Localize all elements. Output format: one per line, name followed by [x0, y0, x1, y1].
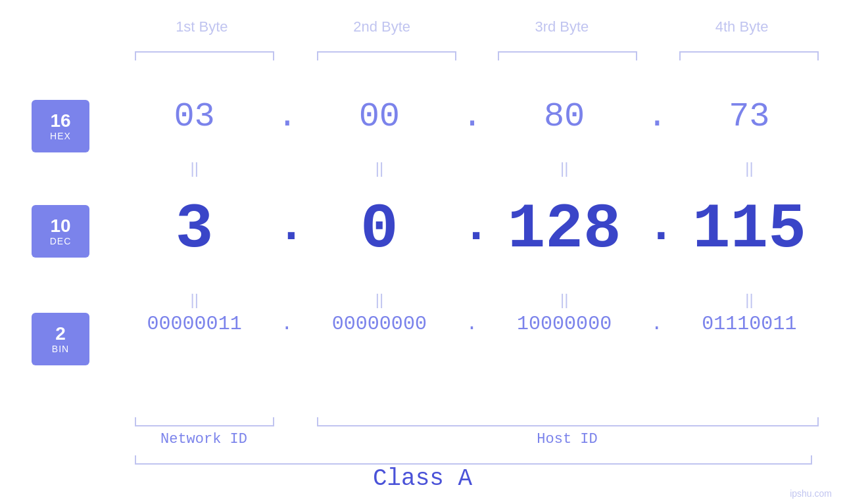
class-label: Class A: [0, 465, 845, 492]
headers-row: 1st Byte 2nd Byte 3rd Byte 4th Byte: [112, 18, 832, 35]
hex-row: 03 . 00 . 80 . 73: [112, 97, 832, 136]
vtick-top-1: [135, 51, 136, 60]
header-col4: 4th Byte: [652, 18, 832, 35]
watermark: ipshu.com: [790, 488, 832, 499]
hex-dot-2: .: [462, 97, 482, 136]
dec-badge-label: DEC: [50, 236, 72, 246]
dec-val-2: 0: [297, 194, 462, 265]
vtick-host-left: [317, 417, 318, 426]
bin-dot-1: .: [277, 313, 297, 335]
vtick-net-left: [135, 417, 136, 426]
hex-badge-label: HEX: [50, 131, 71, 141]
dec-val-3: 128: [482, 194, 647, 265]
dec-val-4: 115: [667, 194, 832, 265]
bin-val-4: 01110011: [667, 313, 832, 335]
hex-val-4: 73: [667, 97, 832, 136]
eq-1: ||: [112, 159, 277, 177]
hex-val-1: 03: [112, 97, 277, 136]
bin-dot-2: .: [462, 313, 482, 335]
vtick-top-3: [317, 51, 318, 60]
hex-badge-number: 16: [50, 111, 70, 131]
vtick-top-7: [679, 51, 681, 60]
dec-badge-number: 10: [50, 216, 70, 237]
bracket-line-4: [679, 51, 817, 53]
bin-badge-label: BIN: [52, 344, 69, 354]
vtick-host-right: [817, 417, 819, 426]
vtick-class-left: [135, 455, 136, 465]
eq-3: ||: [482, 159, 647, 177]
bracket-host: [317, 425, 817, 426]
header-col2: 2nd Byte: [292, 18, 472, 35]
hex-val-2: 00: [297, 97, 462, 136]
vtick-top-5: [498, 51, 499, 60]
main-container: 1st Byte 2nd Byte 3rd Byte 4th Byte 16 H…: [0, 0, 845, 504]
dec-dot-1: .: [277, 200, 297, 260]
bracket-network: [135, 425, 273, 426]
hex-dot-3: .: [647, 97, 667, 136]
equals-row-1: || || || ||: [112, 159, 832, 177]
eq-2: ||: [297, 159, 462, 177]
dec-dot-3: .: [647, 200, 667, 260]
equals-row-2: || || || ||: [112, 290, 832, 309]
host-id-label: Host ID: [317, 431, 817, 447]
vtick-net-right: [273, 417, 274, 426]
vtick-class-right: [811, 455, 812, 465]
bracket-line-3: [498, 51, 636, 53]
header-col3: 3rd Byte: [472, 18, 652, 35]
dec-dot-2: .: [462, 200, 482, 260]
bin-badge-number: 2: [55, 324, 66, 344]
eq-4: ||: [667, 159, 832, 177]
header-col1: 1st Byte: [112, 18, 292, 35]
eq-7: ||: [482, 290, 647, 309]
dec-val-1: 3: [112, 194, 277, 265]
bin-val-3: 10000000: [482, 313, 647, 335]
bracket-line-2: [317, 51, 455, 53]
vtick-top-2: [273, 51, 274, 60]
bin-val-1: 00000011: [112, 313, 277, 335]
network-id-label: Network ID: [135, 431, 273, 447]
dec-badge: 10 DEC: [32, 205, 89, 258]
bin-row: 00000011 . 00000000 . 10000000 . 0111001…: [112, 313, 832, 335]
bin-val-2: 00000000: [297, 313, 462, 335]
eq-8: ||: [667, 290, 832, 309]
eq-5: ||: [112, 290, 277, 309]
dec-row: 3 . 0 . 128 . 115: [112, 194, 832, 265]
vtick-top-6: [636, 51, 637, 60]
bin-dot-3: .: [647, 313, 667, 335]
bracket-line-1: [135, 51, 273, 53]
hex-badge: 16 HEX: [32, 100, 89, 152]
class-line: [135, 463, 812, 465]
hex-dot-1: .: [277, 97, 297, 136]
vtick-top-8: [817, 51, 819, 60]
hex-val-3: 80: [482, 97, 647, 136]
bin-badge: 2 BIN: [32, 313, 89, 365]
vtick-top-4: [455, 51, 456, 60]
eq-6: ||: [297, 290, 462, 309]
